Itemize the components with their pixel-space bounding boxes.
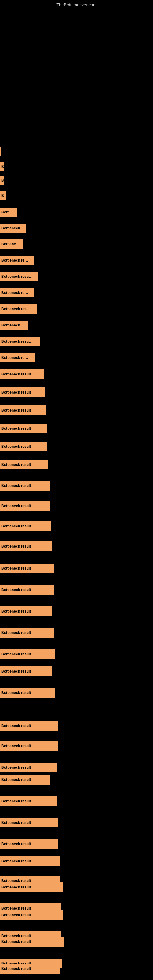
result-bar: Bottleneck result [0,606,52,616]
result-bar: Bottleneck result [0,442,48,452]
result-bar: Bottleneck result [0,688,55,698]
result-bar: Bottleneck result [0,406,46,415]
result-bar: Bottleneck re… [0,256,33,265]
result-bar: Bottlene… [0,240,23,249]
result-bar: Bottleneck re… [0,288,33,298]
result-bar: Bottleneck result [0,369,45,379]
result-bar: Bottleneck result [0,563,54,573]
result-bar: B [0,162,4,171]
result-bar: B [0,191,6,200]
result-bar: Bottleneck result [0,882,63,892]
result-bar: Bottleneck result [0,423,46,433]
result-bar: Bottleneck resu… [0,272,38,281]
result-bar: | [0,147,1,156]
result-bar: Bott… [0,208,17,217]
result-bar: Bottleneck resu… [0,337,40,346]
result-bar: Bottleneck result [0,628,54,638]
result-bar: Bottleneck res… [0,304,37,313]
result-bar: Bottleneck result [0,541,52,551]
result-bar: Bottleneck result [0,387,45,397]
result-bar: Bottleneck result [0,910,63,920]
result-bar: Bottleneck… [0,321,27,330]
result-bar: Bottleneck result [0,937,64,947]
result-bar: Bottleneck result [0,481,49,491]
result-bar: Bottleneck re… [0,353,35,362]
result-bar: Bottleneck result [0,818,57,827]
result-bar: Bottleneck result [0,585,54,595]
result-bar: Bottleneck result [0,721,58,731]
result-bar: Bottleneck result [0,839,58,849]
result-bar: Bottleneck result [0,667,52,676]
result-bar: Bottleneck result [0,762,57,772]
result-bar: Bottleneck result [0,649,55,659]
result-bar: Bottleneck result [0,964,60,974]
site-title: TheBottlenecker.com [56,2,97,7]
result-bar: Bottleneck result [0,521,51,531]
result-bar: Bottleneck result [0,501,51,511]
result-bar: Bottleneck result [0,856,60,866]
result-bar: Bottleneck result [0,796,57,806]
result-bar: B [0,176,4,185]
result-bar: Bottleneck [0,224,26,233]
result-bar: Bottleneck result [0,460,48,469]
result-bar: Bottleneck result [0,775,49,784]
result-bar: Bottleneck result [0,741,58,751]
